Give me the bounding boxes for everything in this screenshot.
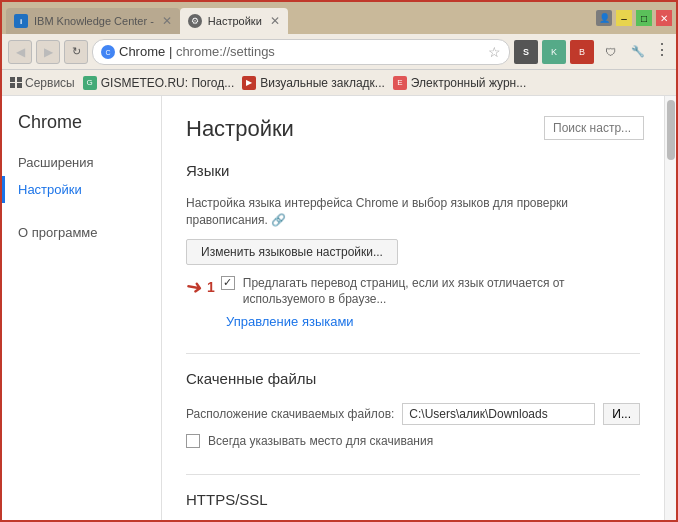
apps-label: Сервисы xyxy=(25,76,75,90)
title-bar: i IBM Knowledge Center - ✕ ⚙ Настройки ✕… xyxy=(2,2,676,34)
shield-icon[interactable]: S xyxy=(514,40,538,64)
download-location-row: Расположение скачиваемых файлов: И... xyxy=(186,403,640,425)
tab-close-settings[interactable]: ✕ xyxy=(270,14,280,28)
menu-button[interactable]: ⋮ xyxy=(654,40,670,64)
downloads-section: Скаченные файлы Расположение скачиваемых… xyxy=(186,370,640,450)
tab-ibm[interactable]: i IBM Knowledge Center - ✕ xyxy=(6,8,180,34)
bookmark-electronic[interactable]: E Электронный журн... xyxy=(393,76,526,90)
scrollbar-thumb[interactable] xyxy=(667,100,675,160)
gismeteo-favicon: G xyxy=(83,76,97,90)
search-input[interactable] xyxy=(544,116,644,140)
always-ask-row: Всегда указывать место для скачивания xyxy=(186,433,640,450)
address-bar[interactable]: C Chrome | chrome://settings ☆ xyxy=(92,39,510,65)
electronic-label: Электронный журн... xyxy=(411,76,526,90)
address-domain-text: Chrome xyxy=(119,44,165,59)
languages-section: Языки Настройка языка интерфейса Chrome … xyxy=(186,162,640,329)
section-divider-1 xyxy=(186,353,640,354)
bookmark-icon[interactable]: B xyxy=(570,40,594,64)
forward-button[interactable]: ▶ xyxy=(36,40,60,64)
security-icon[interactable]: 🛡 xyxy=(598,40,622,64)
translate-row: ➜ 1 Предлагать перевод страниц, если их … xyxy=(186,275,640,309)
svg-text:C: C xyxy=(105,49,110,56)
sidebar: Chrome Расширения Настройки О программе xyxy=(2,96,162,520)
extension-icon[interactable]: 🔧 xyxy=(626,40,650,64)
tab-favicon-settings: ⚙ xyxy=(188,14,202,28)
annotation-number: 1 xyxy=(207,279,215,295)
tab-favicon-ibm: i xyxy=(14,14,28,28)
red-arrow-icon: ➜ xyxy=(184,273,205,300)
sidebar-item-about[interactable]: О программе xyxy=(2,219,161,246)
visual-favicon: ▶ xyxy=(242,76,256,90)
tab-bar: i IBM Knowledge Center - ✕ ⚙ Настройки ✕ xyxy=(6,2,588,34)
content-area: Chrome Расширения Настройки О программе … xyxy=(2,96,676,520)
always-ask-label: Всегда указывать место для скачивания xyxy=(208,433,433,450)
refresh-button[interactable]: ↻ xyxy=(64,40,88,64)
ssl-section: HTTPS/SSL Настроить сертификаты... xyxy=(186,491,640,520)
bookmarks-bar: Сервисы G GISMETEO.RU: Погод... ▶ Визуал… xyxy=(2,70,676,96)
translate-checkbox[interactable] xyxy=(221,276,235,290)
minimize-button[interactable]: – xyxy=(616,10,632,26)
sidebar-item-extensions[interactable]: Расширения xyxy=(2,149,161,176)
back-button[interactable]: ◀ xyxy=(8,40,32,64)
languages-desc-text: Настройка языка интерфейса Chrome и выбо… xyxy=(186,196,568,227)
address-path-text: chrome://settings xyxy=(176,44,275,59)
maximize-button[interactable]: □ xyxy=(636,10,652,26)
user-button[interactable]: 👤 xyxy=(596,10,612,26)
search-box xyxy=(544,116,644,140)
bookmark-gismeteo[interactable]: G GISMETEO.RU: Погод... xyxy=(83,76,235,90)
downloads-title: Скаченные файлы xyxy=(186,370,640,391)
ssl-title: HTTPS/SSL xyxy=(186,491,640,512)
download-browse-button[interactable]: И... xyxy=(603,403,640,425)
arrow-annotation: ➜ 1 xyxy=(186,275,215,299)
toolbar: ◀ ▶ ↻ C Chrome | chrome://settings ☆ S K… xyxy=(2,34,676,70)
tab-settings[interactable]: ⚙ Настройки ✕ xyxy=(180,8,288,34)
sidebar-item-settings[interactable]: Настройки xyxy=(2,176,161,203)
main-panel: Настройки Языки Настройка языка интерфей… xyxy=(162,96,664,520)
always-ask-checkbox[interactable] xyxy=(186,434,200,448)
toolbar-icons: S K B 🛡 🔧 ⋮ xyxy=(514,40,670,64)
download-location-label: Расположение скачиваемых файлов: xyxy=(186,407,394,421)
close-button[interactable]: ✕ xyxy=(656,10,672,26)
scrollbar[interactable] xyxy=(664,96,676,520)
tab-title-settings: Настройки xyxy=(208,15,262,27)
address-domain: Chrome | chrome://settings xyxy=(119,44,484,59)
sidebar-brand: Chrome xyxy=(2,112,161,149)
address-favicon: C xyxy=(101,45,115,59)
download-path-input[interactable] xyxy=(402,403,595,425)
address-separator: | xyxy=(169,44,176,59)
translate-checkbox-label: Предлагать перевод страниц, если их язык… xyxy=(243,275,640,309)
kaspersky-icon[interactable]: K xyxy=(542,40,566,64)
languages-desc-link[interactable]: 🔗 xyxy=(271,213,286,227)
languages-title: Языки xyxy=(186,162,640,183)
apps-grid-icon xyxy=(10,77,22,89)
manage-languages-link-container: Управление языками xyxy=(226,314,640,329)
electronic-favicon: E xyxy=(393,76,407,90)
apps-button[interactable]: Сервисы xyxy=(10,76,75,90)
section-divider-2 xyxy=(186,474,640,475)
translate-checkbox-row: Предлагать перевод страниц, если их язык… xyxy=(221,275,640,309)
manage-languages-link[interactable]: Управление языками xyxy=(226,314,354,329)
window-controls: 👤 – □ ✕ xyxy=(596,10,672,26)
tab-title-ibm: IBM Knowledge Center - xyxy=(34,15,154,27)
gismeteo-label: GISMETEO.RU: Погод... xyxy=(101,76,235,90)
browser-window: i IBM Knowledge Center - ✕ ⚙ Настройки ✕… xyxy=(0,0,678,522)
visual-label: Визуальные закладк... xyxy=(260,76,385,90)
bookmark-star-button[interactable]: ☆ xyxy=(488,44,501,60)
bookmark-visual[interactable]: ▶ Визуальные закладк... xyxy=(242,76,385,90)
languages-description: Настройка языка интерфейса Chrome и выбо… xyxy=(186,195,640,229)
tab-close-ibm[interactable]: ✕ xyxy=(162,14,172,28)
change-language-button[interactable]: Изменить языковые настройки... xyxy=(186,239,398,265)
